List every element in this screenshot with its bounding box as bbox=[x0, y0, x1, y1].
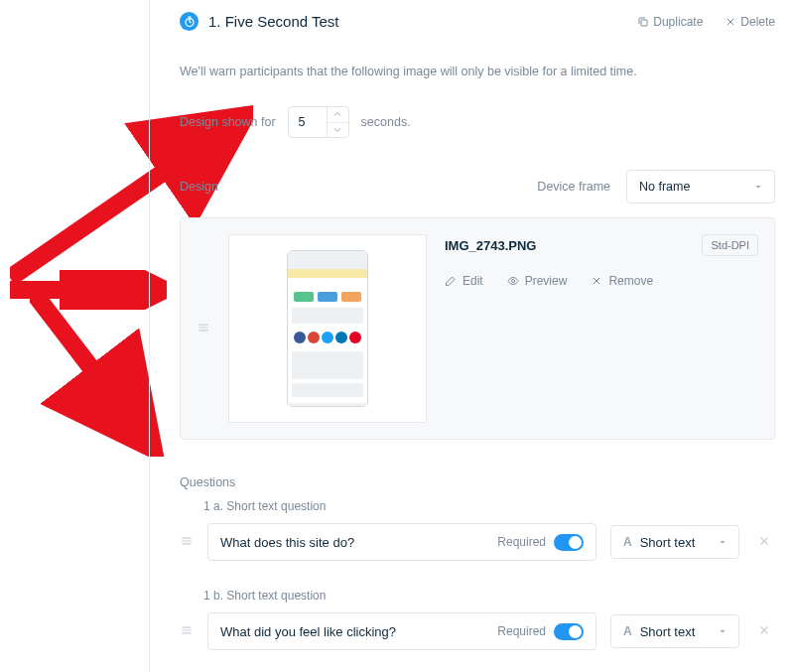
increment-button[interactable] bbox=[328, 107, 348, 122]
drag-handle[interactable] bbox=[180, 534, 194, 551]
design-label: Design bbox=[180, 180, 218, 194]
required-label: Required bbox=[497, 624, 546, 638]
text-type-icon: A bbox=[623, 624, 632, 638]
remove-image-button[interactable]: Remove bbox=[591, 274, 653, 288]
left-gutter bbox=[0, 0, 149, 672]
svg-rect-7 bbox=[641, 20, 647, 26]
preview-image-button[interactable]: Preview bbox=[507, 274, 568, 288]
text-type-icon: A bbox=[623, 535, 632, 549]
question-text-input[interactable]: What does this site do? Required bbox=[207, 523, 596, 561]
required-label: Required bbox=[497, 535, 546, 549]
duplicate-icon bbox=[637, 16, 649, 28]
timer-icon bbox=[180, 12, 198, 31]
question-text-input[interactable]: What did you feel like clicking? Require… bbox=[207, 612, 596, 650]
close-icon bbox=[757, 623, 771, 637]
required-toggle[interactable] bbox=[554, 623, 584, 640]
close-icon bbox=[725, 16, 736, 28]
edit-image-button[interactable]: Edit bbox=[445, 274, 483, 288]
remove-icon bbox=[591, 275, 602, 287]
question-subheading: 1 b. Short text question bbox=[203, 589, 775, 603]
device-frame-select[interactable]: No frame bbox=[626, 170, 775, 203]
pencil-icon bbox=[445, 275, 457, 287]
question-text: What did you feel like clicking? bbox=[220, 624, 396, 639]
duration-value: 5 bbox=[289, 115, 306, 129]
questions-heading: Questions bbox=[180, 475, 775, 489]
close-icon bbox=[757, 534, 771, 548]
question-type-select[interactable]: A Short text bbox=[610, 525, 739, 559]
duration-pre: Design shown for bbox=[180, 115, 276, 129]
question-type-value: Short text bbox=[640, 535, 696, 550]
design-filename: IMG_2743.PNG bbox=[445, 238, 537, 253]
duplicate-button[interactable]: Duplicate bbox=[637, 15, 703, 29]
section-title: Five Second Test bbox=[225, 13, 339, 30]
design-thumbnail[interactable] bbox=[228, 234, 427, 423]
caret-down-icon bbox=[717, 625, 728, 637]
question-text: What does this site do? bbox=[220, 535, 354, 550]
question-subheading: 1 a. Short text question bbox=[203, 499, 775, 513]
section-header: 1. Five Second Test Duplicate Delete bbox=[180, 12, 775, 31]
drag-handle[interactable] bbox=[180, 623, 194, 640]
duration-row: Design shown for 5 seconds. bbox=[180, 106, 775, 138]
device-frame-value: No frame bbox=[639, 180, 690, 194]
phone-mockup bbox=[287, 250, 368, 407]
design-card: IMG_2743.PNG Std-DPI Edit Preview bbox=[180, 217, 775, 440]
caret-down-icon bbox=[717, 536, 728, 548]
question-type-select[interactable]: A Short text bbox=[610, 614, 739, 648]
delete-question-button[interactable] bbox=[753, 623, 775, 640]
drag-handle[interactable] bbox=[197, 321, 210, 337]
dpi-button[interactable]: Std-DPI bbox=[702, 234, 758, 256]
question-1a: 1 a. Short text question What does this … bbox=[180, 499, 775, 561]
svg-point-8 bbox=[511, 280, 514, 283]
chevron-down-icon bbox=[331, 124, 343, 136]
decrement-button[interactable] bbox=[328, 122, 348, 138]
caret-down-icon bbox=[752, 181, 764, 193]
help-text: We'll warn participants that the followi… bbox=[180, 65, 775, 78]
device-frame-label: Device frame bbox=[537, 180, 610, 194]
delete-question-button[interactable] bbox=[753, 534, 775, 551]
question-type-value: Short text bbox=[640, 624, 696, 639]
question-1b: 1 b. Short text question What did you fe… bbox=[180, 589, 775, 650]
eye-icon bbox=[507, 275, 519, 287]
required-toggle[interactable] bbox=[554, 534, 584, 551]
duration-post: seconds. bbox=[361, 115, 411, 129]
section-number: 1. bbox=[208, 13, 221, 30]
duration-input[interactable]: 5 bbox=[288, 106, 349, 138]
chevron-up-icon bbox=[331, 108, 343, 120]
delete-button[interactable]: Delete bbox=[725, 15, 775, 29]
